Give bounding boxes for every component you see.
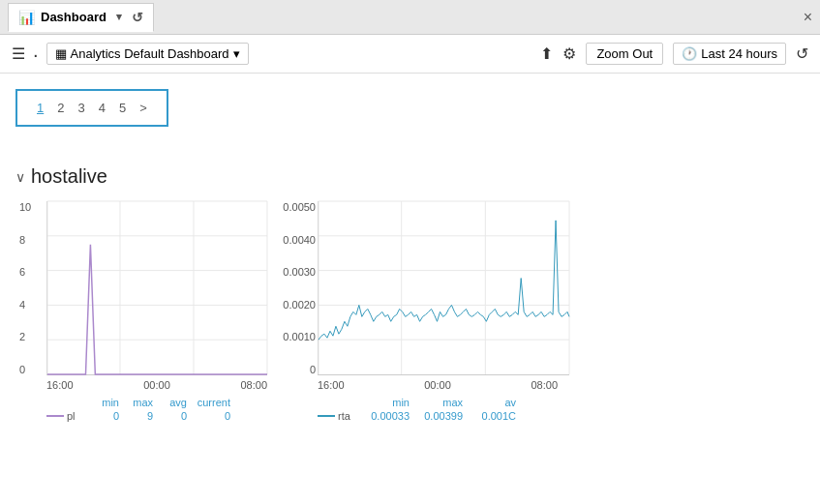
section-title: hostalive [31, 165, 107, 188]
page-4-button[interactable]: 4 [93, 99, 111, 117]
share-icon[interactable]: ⬆ [540, 44, 553, 63]
chart-pl-y-axis: 10 8 6 4 2 0 [19, 201, 31, 375]
rta-legend-min: 0.00033 [356, 410, 410, 422]
tab-refresh-icon[interactable]: ↺ [132, 10, 143, 25]
dashboard-tab-icon: 📊 [18, 10, 35, 25]
tab-close-button[interactable]: × [804, 9, 812, 26]
chart-pl-wrapper: 10 8 6 4 2 0 [46, 201, 267, 375]
chart-rta-legend: min max av rta 0.00033 0.00399 0.001C [287, 397, 558, 422]
rta-legend-avg: 0.001C [463, 410, 516, 422]
chart-pl-svg [47, 201, 267, 374]
chart-pl-x-axis: 16:00 00:00 08:00 [15, 379, 267, 391]
hamburger-icon[interactable]: ☰ [12, 44, 25, 63]
dashboard-tab-label: Dashboard [41, 10, 106, 24]
rta-legend-name: rta [338, 410, 350, 422]
chart-rta-x-axis: 16:00 00:00 08:00 [287, 379, 558, 391]
pagination: 1 2 3 4 5 > [15, 89, 168, 127]
page-2-button[interactable]: 2 [51, 99, 70, 117]
chart-pl-area [46, 201, 267, 375]
pl-legend-min: 0 [85, 410, 119, 422]
page-3-button[interactable]: 3 [72, 99, 90, 117]
time-range-label: Last 24 hours [701, 46, 777, 61]
pl-legend-name: pl [67, 410, 76, 422]
dashboard-selector-chevron: ▾ [233, 46, 240, 61]
tab-chevron-icon[interactable]: ▾ [116, 11, 122, 23]
dashboard-selector-label: Analytics Default Dashboard [71, 46, 229, 61]
page-1-button[interactable]: 1 [31, 99, 49, 117]
chart-pl-legend: min max avg current pl 0 9 0 0 [15, 397, 267, 422]
tab-bar: 📊 Dashboard ▾ ↺ × [0, 0, 820, 35]
page-next-button[interactable]: > [134, 99, 153, 117]
pl-legend-max: 9 [119, 410, 153, 422]
chart-rta-svg [319, 201, 569, 374]
rta-legend-line [318, 415, 335, 417]
pl-legend-avg: 0 [153, 410, 187, 422]
dot-menu-icon[interactable]: · [33, 44, 39, 64]
chart-pl: 10 8 6 4 2 0 [15, 201, 267, 422]
zoom-out-button[interactable]: Zoom Out [586, 43, 663, 65]
clock-icon: 🕐 [682, 46, 697, 61]
section-collapse-icon[interactable]: ∨ [15, 169, 25, 185]
toolbar: ☰ · ▦ Analytics Default Dashboard ▾ ⬆ ⚙ … [0, 35, 820, 74]
dashboard-tab[interactable]: 📊 Dashboard ▾ ↺ [8, 3, 154, 32]
chart-rta: 0.0050 0.0040 0.0030 0.0020 0.0010 0 [287, 201, 558, 422]
pl-legend-line [46, 415, 64, 417]
main-content: 1 2 3 4 5 > ∨ hostalive 10 8 6 4 2 0 [0, 74, 820, 504]
section-header: ∨ hostalive [15, 165, 805, 188]
chart-rta-wrapper: 0.0050 0.0040 0.0030 0.0020 0.0010 0 [318, 201, 558, 375]
page-5-button[interactable]: 5 [113, 99, 132, 117]
pl-legend-current: 0 [187, 410, 230, 422]
dashboard-selector-button[interactable]: ▦ Analytics Default Dashboard ▾ [46, 43, 249, 65]
charts-container: 10 8 6 4 2 0 [15, 201, 805, 422]
dashboard-selector-icon: ▦ [55, 46, 67, 61]
rta-legend-max: 0.00399 [410, 410, 463, 422]
time-range-selector[interactable]: 🕐 Last 24 hours [673, 43, 786, 65]
chart-rta-y-axis: 0.0050 0.0040 0.0030 0.0020 0.0010 0 [273, 201, 316, 375]
gear-icon[interactable]: ⚙ [562, 44, 576, 63]
chart-rta-area [318, 201, 569, 375]
reload-icon[interactable]: ↺ [796, 44, 808, 63]
toolbar-actions: ⬆ ⚙ Zoom Out 🕐 Last 24 hours ↺ [540, 43, 808, 65]
